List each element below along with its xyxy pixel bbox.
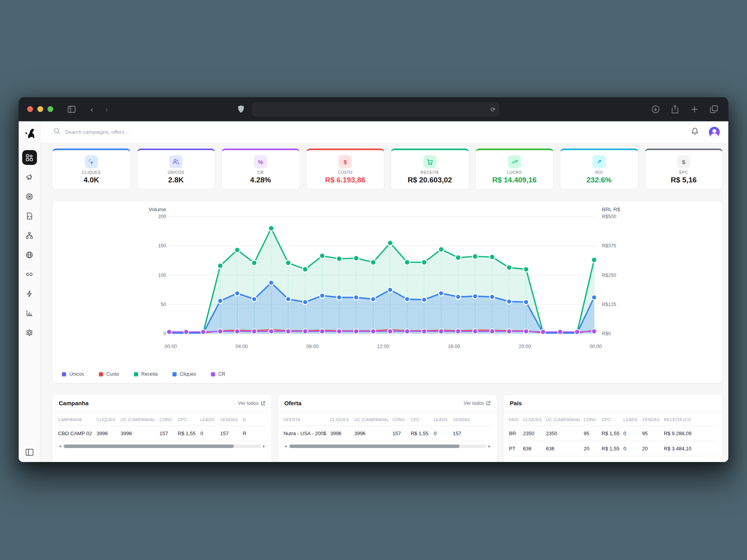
- table-cell: R$ 1,55: [601, 426, 623, 441]
- ver-todos-link[interactable]: Ver todos: [238, 401, 265, 406]
- svg-text:00:00: 00:00: [165, 344, 177, 349]
- table-cell: CLIQUES: [330, 412, 354, 425]
- scrollbar-track[interactable]: [63, 444, 261, 448]
- svg-text:20:00: 20:00: [519, 344, 531, 349]
- desktop-background: ‹ › ⟳: [0, 0, 747, 560]
- table-cell: 2350: [546, 426, 584, 441]
- legend-label: CR: [218, 371, 225, 377]
- table-cell: UC (CAMPANHA): [121, 412, 160, 425]
- sidebar-item-flows[interactable]: [22, 228, 37, 243]
- back-button[interactable]: ‹: [86, 103, 98, 115]
- sidebar-item-reports[interactable]: [22, 306, 37, 320]
- kpi-value: R$ 20.603,02: [408, 176, 452, 184]
- table-cell: CPC: [601, 412, 623, 425]
- table-cell: 3996: [354, 426, 393, 441]
- scrollbar-thumb[interactable]: [289, 444, 459, 448]
- oferta-table-card: Oferta Ver todos OFERTACLIQUESUC (CAMPAN…: [278, 394, 498, 462]
- kpi-value: R$ 5,16: [671, 176, 697, 184]
- ver-todos-link[interactable]: Ver todos: [464, 401, 491, 406]
- sidebar-item-settings[interactable]: [22, 325, 37, 340]
- horizontal-scrollbar[interactable]: ◂▸: [284, 441, 492, 448]
- scroll-left-arrow[interactable]: ◂: [59, 444, 61, 448]
- tables-row: Campanha Ver todos CAMPANHACLIQUESUC (CA…: [52, 394, 723, 462]
- app-topbar: Search campaigns, offers...: [40, 121, 728, 143]
- pais-table-card: País PAÍSCLIQUESUC (CAMPANHA)CONV.CPCLEA…: [503, 394, 723, 462]
- legend-swatch: [134, 372, 138, 376]
- kpi-label: ÚNICOS: [168, 170, 184, 175]
- kpi-value: 4.0K: [84, 176, 99, 184]
- table-cell: 3996: [96, 426, 121, 441]
- forward-button[interactable]: ›: [101, 103, 112, 115]
- scrollbar-track[interactable]: [289, 444, 487, 448]
- dollar-icon: $: [338, 155, 352, 168]
- table-header-row: PAÍSCLIQUESUC (CAMPANHA)CONV.CPCLEADSVEN…: [509, 412, 717, 426]
- table-cell: RECEITA (CO: [664, 412, 717, 425]
- sidebar-item-offers[interactable]: [22, 189, 37, 204]
- close-window-button[interactable]: [27, 106, 33, 112]
- downloads-icon[interactable]: [650, 103, 661, 115]
- cart-icon: [423, 155, 437, 168]
- sidebar-item-domains[interactable]: [22, 247, 37, 262]
- svg-text:R$500: R$500: [602, 214, 616, 219]
- legend-item[interactable]: Cliques: [172, 371, 196, 377]
- table-cell: BR: [509, 426, 523, 441]
- collapse-sidebar-icon[interactable]: [19, 449, 40, 456]
- sidebar-item-landers[interactable]: [22, 208, 37, 223]
- zoom-window-button[interactable]: [47, 106, 53, 112]
- sidebar-nav: [22, 150, 37, 340]
- table-cell: 95: [642, 426, 664, 441]
- search-input[interactable]: Search campaigns, offers...: [54, 128, 129, 136]
- table-cell: R$ 9.288,09: [664, 426, 717, 441]
- legend-item[interactable]: Únicos: [62, 371, 84, 377]
- kpi-label: CUSTO: [338, 170, 352, 175]
- table-cell: VENDAS: [642, 412, 664, 425]
- external-link-icon: [261, 401, 265, 406]
- user-avatar[interactable]: [709, 127, 720, 138]
- table-cell: 157: [160, 426, 178, 441]
- legend-item[interactable]: Custo: [99, 371, 119, 377]
- kpi-card-epc: $ EPC R$ 5,16: [645, 149, 723, 190]
- tab-overview-icon[interactable]: [708, 103, 720, 115]
- browser-titlebar: ‹ › ⟳: [19, 97, 728, 121]
- reload-icon[interactable]: ⟳: [491, 106, 496, 113]
- sidebar-item-campaigns[interactable]: [22, 170, 37, 184]
- external-link-icon: [486, 401, 491, 406]
- notifications-bell-icon[interactable]: [691, 127, 699, 137]
- dog-logo: [23, 127, 36, 142]
- legend-item[interactable]: CR: [211, 371, 225, 377]
- chart-legend: ÚnicosCustoReceitaCliquesCR: [62, 371, 225, 377]
- scrollbar-thumb[interactable]: [64, 444, 234, 448]
- new-tab-icon[interactable]: [689, 103, 700, 115]
- kpi-card-receita: RECEITA R$ 20.603,02: [391, 149, 469, 190]
- table-cell: 636: [546, 441, 584, 456]
- scroll-left-arrow[interactable]: ◂: [284, 444, 287, 448]
- sidebar-item-dashboard[interactable]: [22, 150, 37, 165]
- svg-text:200: 200: [158, 214, 166, 219]
- table-cell: CPC: [178, 412, 200, 425]
- table-header-row: OFERTACLIQUESUC (CAMPANHA)CONV.CPCLEADSV…: [284, 412, 492, 426]
- minimize-window-button[interactable]: [37, 106, 43, 112]
- share-icon[interactable]: [669, 103, 681, 115]
- legend-item[interactable]: Receita: [134, 371, 158, 377]
- click-icon: [85, 155, 98, 168]
- kpi-value: 4.28%: [250, 176, 271, 184]
- scroll-right-arrow[interactable]: ▸: [488, 444, 491, 448]
- sidebar-item-integrations[interactable]: [22, 286, 37, 301]
- table-cell: 3996: [121, 426, 160, 441]
- svg-text:12:00: 12:00: [377, 344, 389, 349]
- browser-sidebar-toggle-icon[interactable]: [66, 103, 77, 115]
- table-body: PAÍSCLIQUESUC (CAMPANHA)CONV.CPCLEADSVEN…: [503, 412, 722, 456]
- address-bar[interactable]: ⟳: [252, 102, 500, 117]
- svg-text:100: 100: [158, 273, 166, 278]
- scroll-right-arrow[interactable]: ▸: [263, 444, 265, 448]
- svg-text:04:00: 04:00: [235, 344, 247, 349]
- table-body: OFERTACLIQUESUC (CAMPANHA)CONV.CPCLEADSV…: [278, 412, 497, 448]
- browser-window: ‹ › ⟳: [19, 97, 728, 462]
- horizontal-scrollbar[interactable]: ◂▸: [58, 441, 266, 448]
- table-cell: CLIQUES: [523, 412, 546, 425]
- table-title: País: [510, 400, 522, 406]
- table-cell: Nutra - USA - 200$: [284, 426, 330, 441]
- sidebar-item-links[interactable]: [22, 267, 37, 282]
- table-cell: R$ 3.484,10: [664, 441, 717, 456]
- kpi-card-unicos: ÚNICOS 2.8K: [137, 149, 216, 190]
